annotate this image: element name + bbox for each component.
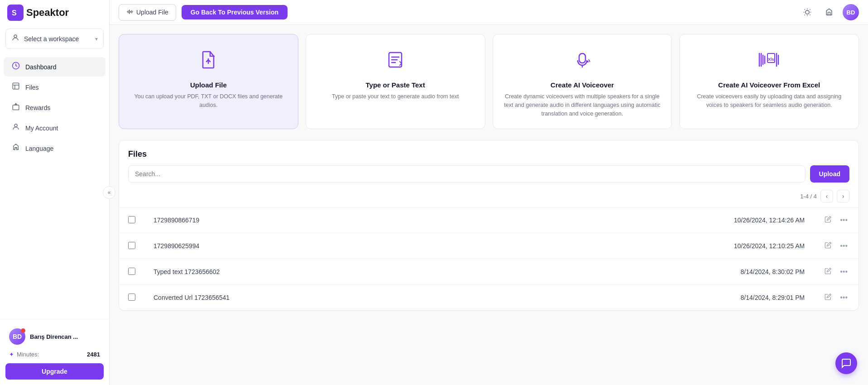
table-row: 1729890866719 10/26/2024, 12:14:26 AM ••… (119, 207, 858, 233)
language-toggle-button[interactable] (821, 4, 837, 20)
sidebar-item-my-account[interactable]: My Account (4, 118, 106, 138)
upload-file-button[interactable]: Upload File (119, 4, 176, 21)
file-checkbox[interactable] (128, 268, 135, 275)
minutes-row: ✦ Minutes: 2481 (5, 348, 104, 361)
files-table: 1729890866719 10/26/2024, 12:14:26 AM ••… (119, 207, 858, 310)
sidebar-item-language[interactable]: Language (4, 139, 106, 158)
file-more-button[interactable]: ••• (838, 240, 849, 252)
upload-file-icon (197, 49, 219, 74)
waveform-icon (126, 8, 134, 17)
feature-card-desc: Create dynamic voiceovers with multiple … (504, 92, 661, 118)
topbar-icons: BD (799, 4, 859, 20)
notification-badge (21, 328, 25, 333)
files-pagination: 1-4 / 4 ‹ › (119, 190, 858, 207)
svg-point-1 (14, 35, 17, 38)
svg-point-6 (806, 10, 809, 14)
logo-text: Speaktor (26, 7, 69, 19)
svg-text:S: S (12, 9, 17, 17)
page-content: Upload File You can upload your PDF, TXT… (110, 25, 868, 385)
upgrade-button[interactable]: Upgrade (5, 363, 104, 380)
sidebar-nav: Dashboard Files Rewards (0, 53, 109, 319)
file-edit-button[interactable] (823, 265, 834, 278)
sidebar-item-label: My Account (25, 125, 58, 132)
go-back-previous-version-button[interactable]: Go Back To Previous Version (182, 5, 288, 19)
sidebar-item-rewards[interactable]: Rewards (4, 98, 106, 117)
svg-rect-4 (13, 105, 19, 110)
collapse-sidebar-button[interactable]: « (103, 186, 115, 199)
pagination-prev-button[interactable]: ‹ (820, 190, 833, 202)
pagination-next-button[interactable]: › (837, 190, 849, 202)
file-actions: ••• (823, 265, 849, 278)
file-name: Converted Url 1723656541 (144, 285, 489, 311)
chat-bubble-button[interactable] (835, 352, 857, 374)
sidebar-item-files[interactable]: Files (4, 77, 106, 97)
files-section: Files Upload 1-4 / 4 ‹ › 172989086 (119, 140, 859, 311)
sidebar-item-label: Files (25, 84, 39, 91)
file-date: 8/14/2024, 8:29:01 PM (489, 285, 814, 311)
sidebar: S Speaktor Select a workspace ▾ Dashboar… (0, 0, 110, 385)
user-profile[interactable]: BD Barış Direncan ... (5, 325, 104, 348)
language-icon (11, 143, 21, 154)
feature-card-desc: Type or paste your text to generate audi… (332, 92, 459, 101)
ai-voiceover-icon (571, 49, 593, 74)
svg-text:Xls: Xls (768, 57, 774, 62)
dashboard-icon (11, 62, 21, 72)
files-search-row: Upload (128, 165, 849, 183)
feature-card-title: Upload File (190, 81, 227, 89)
feature-card-type-paste[interactable]: Type or Paste Text Type or paste your te… (306, 34, 485, 129)
user-name: Barış Direncan ... (30, 333, 78, 340)
feature-card-upload-file[interactable]: Upload File You can upload your PDF, TXT… (119, 34, 298, 129)
app-logo: S Speaktor (0, 0, 109, 25)
files-upload-button[interactable]: Upload (810, 165, 849, 183)
chevron-down-icon: ▾ (95, 36, 98, 42)
file-more-button[interactable]: ••• (838, 266, 849, 278)
file-name: 1729890625994 (144, 233, 489, 259)
workspace-label: Select a workspace (24, 35, 91, 43)
feature-card-title: Create AI Voiceover From Excel (718, 81, 820, 89)
file-date: 10/26/2024, 12:14:26 AM (489, 207, 814, 233)
file-edit-button[interactable] (823, 240, 834, 252)
file-more-button[interactable]: ••• (838, 292, 849, 303)
feature-card-title: Create AI Voiceover (551, 81, 614, 89)
svg-point-5 (14, 124, 17, 127)
file-checkbox[interactable] (128, 242, 135, 249)
sidebar-item-label: Dashboard (25, 63, 57, 71)
sidebar-footer: BD Barış Direncan ... ✦ Minutes: 2481 Up… (0, 319, 109, 385)
rewards-icon (11, 102, 21, 113)
file-more-button[interactable]: ••• (838, 214, 849, 226)
file-date: 8/14/2024, 8:30:02 PM (489, 259, 814, 285)
file-name: 1729890866719 (144, 207, 489, 233)
feature-card-desc: Create voiceovers easily by uploading da… (691, 92, 848, 110)
file-checkbox[interactable] (128, 294, 135, 301)
logo-icon: S (7, 5, 24, 21)
file-actions: ••• (823, 214, 849, 226)
feature-card-ai-voiceover[interactable]: Create AI Voiceover Create dynamic voice… (493, 34, 672, 129)
theme-toggle-button[interactable] (799, 4, 815, 20)
file-checkbox[interactable] (128, 216, 135, 223)
main-content: Upload File Go Back To Previous Version … (110, 0, 868, 385)
sidebar-item-label: Language (25, 145, 53, 152)
sidebar-item-dashboard[interactable]: Dashboard (4, 57, 106, 77)
feature-card-ai-voiceover-excel[interactable]: Xls Create AI Voiceover From Excel Creat… (679, 34, 859, 129)
file-edit-button[interactable] (823, 291, 834, 304)
feature-card-title: Type or Paste Text (366, 81, 425, 89)
minutes-value: 2481 (87, 351, 100, 358)
table-row: 1729890625994 10/26/2024, 12:10:25 AM ••… (119, 233, 858, 259)
files-icon (11, 82, 21, 92)
feature-cards-grid: Upload File You can upload your PDF, TXT… (119, 34, 859, 129)
pagination-info: 1-4 / 4 (800, 193, 817, 200)
file-name: Typed text 1723656602 (144, 259, 489, 285)
sidebar-item-label: Rewards (25, 104, 50, 111)
files-title: Files (128, 149, 849, 159)
user-avatar-wrapper: BD (9, 328, 25, 345)
workspace-selector[interactable]: Select a workspace ▾ (5, 29, 104, 49)
user-avatar-topbar[interactable]: BD (843, 4, 859, 20)
search-input[interactable] (128, 165, 806, 183)
file-actions: ••• (823, 291, 849, 304)
file-date: 10/26/2024, 12:10:25 AM (489, 233, 814, 259)
files-header: Files Upload (119, 140, 858, 183)
minutes-label: Minutes: (17, 351, 84, 358)
svg-rect-3 (13, 83, 19, 89)
file-edit-button[interactable] (823, 214, 834, 226)
topbar: Upload File Go Back To Previous Version … (110, 0, 868, 25)
